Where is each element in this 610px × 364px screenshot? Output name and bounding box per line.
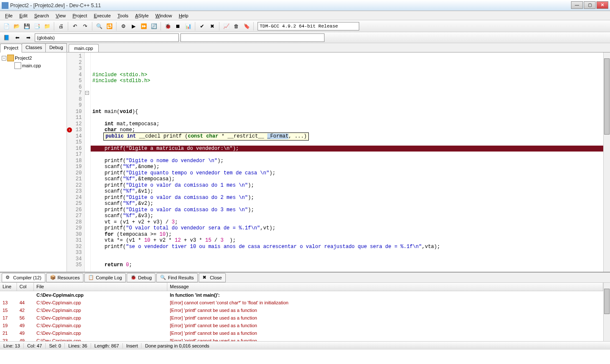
project-root-node[interactable]: − Project2 [2,54,65,62]
menu-tools[interactable]: Tools [114,12,132,19]
goto-breakpoint-button[interactable]: 🔖 [242,22,251,31]
menu-search[interactable]: Search [31,12,53,19]
project-file-node[interactable]: main.cpp [2,62,65,69]
code-line[interactable] [91,90,603,97]
redo-button[interactable] [80,22,90,31]
error-row[interactable]: 1344C:\Dev-Cpp\main.cpp[Error] cannot co… [0,299,603,306]
code-line[interactable] [91,102,603,109]
editor-scrollbar[interactable] [603,52,610,272]
code-line[interactable] [91,256,603,262]
bottom-tab-find-results[interactable]: 🔍Find Results [156,273,197,282]
code-line[interactable]: printf("Digite o valor da comissao do 1 … [91,182,603,189]
code-line[interactable]: printf("Digite quanto tempo o vendedor t… [91,170,603,176]
code-line[interactable]: scanf("%f",&tempocasa); [91,176,603,182]
code-line[interactable]: printf("Digite o valor da comissao do 3 … [91,207,603,213]
nav-back-button[interactable] [13,33,22,42]
output-scrollbar-thumb[interactable] [604,289,610,314]
maximize-button[interactable]: ▢ [584,1,596,9]
error-row[interactable]: 1949C:\Dev-Cpp\main.cpp[Error] 'printf' … [0,322,603,329]
bottom-tab-compiler-[interactable]: ⚙Compiler (12) [2,273,45,282]
delete-profiling-button[interactable] [232,22,241,31]
save-all-button[interactable] [32,22,42,31]
run-button[interactable] [129,22,138,31]
close-button[interactable]: ✕ [596,1,608,9]
left-tab-classes[interactable]: Classes [22,43,46,52]
code-line[interactable]: printf("se o vendedor tiver 10 ou mais a… [91,244,603,250]
save-project-button[interactable]: 📁 [42,22,52,31]
rebuild-button[interactable] [149,22,158,31]
bottom-tab-debug[interactable]: 🐞Debug [127,273,155,282]
code-editor[interactable]: 12345678910111213•1415161718192021222324… [67,52,610,272]
code-area[interactable]: public int __cdecl printf (const char * … [91,52,603,272]
scrollbar-thumb[interactable] [604,58,610,135]
code-line[interactable]: scanf("%f",&nome); [91,164,603,170]
code-line[interactable] [91,115,603,121]
replace-button[interactable] [105,22,114,31]
code-line[interactable]: int mat,tempocasa; [91,121,603,127]
code-line[interactable]: printf("Digite o nome do vendedor \n"); [91,158,603,164]
error-table-body[interactable]: C:\Dev-Cpp\main.cppIn function 'int main… [0,291,603,341]
code-line[interactable] [91,97,603,103]
editor-tab[interactable]: main.cpp [69,44,99,52]
error-header-line[interactable]: Line [0,283,17,291]
code-line[interactable]: printf("Digite a matricula do vendedor:\… [91,146,603,152]
code-line[interactable]: #include <stdlib.h> [91,78,603,84]
menu-file[interactable]: File [2,12,16,19]
code-line[interactable]: printf("Digite o valor da comissao do 2 … [91,195,603,201]
bookmark-button[interactable] [2,33,11,42]
code-line[interactable]: int main(void){ [91,109,603,115]
new-file-button[interactable] [2,22,11,31]
scope-selector[interactable] [35,33,179,42]
project-tree[interactable]: − Project2 main.cpp [0,52,67,272]
compile-run-button[interactable] [139,22,148,31]
code-line[interactable]: vta *= (v1 * 10 + v2 * 12 + v3 * 15 / 3 … [91,237,603,244]
code-line[interactable]: scanf("%f",&v2); [91,201,603,207]
menu-help[interactable]: Help [175,12,192,19]
fold-column[interactable]: − [85,52,91,272]
code-line[interactable]: vt = (v1 + v2 + v3) / 3; [91,219,603,226]
error-row[interactable]: 1756C:\Dev-Cpp\main.cpp[Error] 'printf' … [0,314,603,322]
compile-button[interactable] [119,22,128,31]
left-tab-debug[interactable]: Debug [45,43,67,52]
code-line[interactable]: scanf("%f",&v1); [91,188,603,195]
nav-forward-button[interactable] [24,33,33,42]
compiler-selector[interactable] [258,22,359,30]
bottom-tab-compile-log[interactable]: 📋Compile Log [84,273,126,282]
debug-button[interactable] [163,22,172,31]
code-line[interactable]: #include <stdio.h> [91,72,603,78]
expand-icon[interactable]: − [2,56,6,61]
menu-execute[interactable]: Execute [91,12,114,19]
code-line[interactable] [91,84,603,91]
error-header-file[interactable]: File [34,283,167,291]
left-tab-project[interactable]: Project [0,44,22,52]
menu-view[interactable]: View [53,12,69,19]
code-line[interactable]: printf("O valor total do vendedor sera d… [91,225,603,232]
code-line[interactable] [91,250,603,256]
error-row[interactable]: C:\Dev-Cpp\main.cppIn function 'int main… [0,291,603,299]
output-scrollbar[interactable] [603,283,610,341]
code-line[interactable]: return 0; [91,262,603,268]
profile-analysis-button[interactable]: 📈 [222,22,231,31]
function-selector[interactable] [180,33,324,42]
compiler-output[interactable]: LineColFileMessage C:\Dev-Cpp\main.cppIn… [0,283,610,341]
error-row[interactable]: 2349C:\Dev-Cpp\main.cpp[Error] 'printf' … [0,337,603,341]
menu-edit[interactable]: Edit [16,12,31,19]
error-row[interactable]: 1542C:\Dev-Cpp\main.cpp[Error] 'printf' … [0,306,603,314]
error-header-message[interactable]: Message [167,283,603,291]
undo-button[interactable] [70,22,80,31]
code-line[interactable] [91,268,603,272]
print-button[interactable] [56,22,66,31]
error-row[interactable]: 2149C:\Dev-Cpp\main.cpp[Error] 'printf' … [0,329,603,337]
code-line[interactable]: scanf("%f",&v3); [91,213,603,219]
bottom-tab-resources[interactable]: 📦Resources [46,273,84,282]
error-header-col[interactable]: Col [17,283,34,291]
clean-button[interactable] [208,22,217,31]
find-button[interactable] [94,22,104,31]
menu-window[interactable]: Window [152,12,175,19]
menu-project[interactable]: Project [69,12,90,19]
syntax-check-button[interactable] [197,22,207,31]
menu-astyle[interactable]: AStyle [132,12,152,19]
profile-button[interactable] [183,22,193,31]
minimize-button[interactable]: — [571,1,583,9]
code-line[interactable]: for (tempocasa >= 10); [91,232,603,238]
